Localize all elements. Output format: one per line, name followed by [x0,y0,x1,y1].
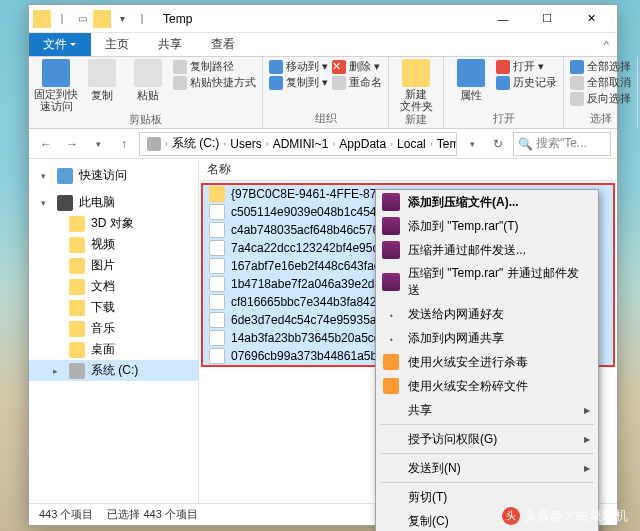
copyto-button[interactable]: 复制到 ▾ [269,75,328,90]
context-menu-item[interactable]: 使用火绒安全粉碎文件 [376,374,598,398]
tab-home[interactable]: 主页 [91,33,144,56]
copypath-button[interactable]: 复制路径 [173,59,256,74]
ribbon: 固定到快 速访问 复制 粘贴 复制路径 粘贴快捷方式 剪贴板 移动到 ▾ 复制到… [29,57,617,129]
back-button[interactable]: ← [35,133,57,155]
maximize-button[interactable]: ☐ [525,5,569,33]
history-button[interactable]: 历史记录 [496,75,557,90]
qat-sep2: | [133,10,151,28]
nav-item[interactable]: 下载 [29,297,198,318]
paste-button[interactable]: 粘贴 [127,59,169,103]
navigation-pane[interactable]: ▾快速访问 ▾此电脑 3D 对象视频图片文档下载音乐桌面▸系统 (C:) [29,159,199,503]
breadcrumb[interactable]: ›系统 (C:)›Users›ADMINI~1›AppData›Local›Te… [139,132,457,156]
nav-item[interactable]: 文档 [29,276,198,297]
status-count: 443 个项目 [39,507,93,522]
column-header-name[interactable]: 名称 [199,159,617,181]
nav-item[interactable]: 视频 [29,234,198,255]
qat-sep: | [53,10,71,28]
breadcrumb-segment[interactable]: Local [394,137,429,151]
status-selected: 已选择 443 个项目 [107,507,197,522]
context-menu: 添加到压缩文件(A)...添加到 "Temp.rar"(T)压缩并通过邮件发送.… [375,189,599,531]
context-menu-item[interactable]: 使用火绒安全进行杀毒 [376,350,598,374]
selectall-button[interactable]: 全部选择 [570,59,631,74]
recent-dropdown-icon[interactable]: ▾ [87,133,109,155]
context-menu-item[interactable]: 压缩到 "Temp.rar" 并通过邮件发送 [376,262,598,302]
breadcrumb-segment[interactable]: Temp [434,137,457,151]
watermark: 头 头条@大白菜装机 [502,507,628,525]
context-menu-item[interactable]: 添加到 "Temp.rar"(T) [376,214,598,238]
organize-group-label: 组织 [269,111,382,128]
context-menu-item[interactable]: 压缩并通过邮件发送... [376,238,598,262]
tab-file[interactable]: 文件 [29,33,91,56]
nav-item[interactable]: 桌面 [29,339,198,360]
open-button[interactable]: 打开 ▾ [496,59,557,74]
nav-item[interactable]: 图片 [29,255,198,276]
nav-item[interactable]: 音乐 [29,318,198,339]
qat-props-icon[interactable]: ▭ [73,10,91,28]
nav-quickaccess[interactable]: ▾快速访问 [29,165,198,186]
refresh-button[interactable]: ↻ [487,133,509,155]
nav-item[interactable]: ▸系统 (C:) [29,360,198,381]
tab-view[interactable]: 查看 [197,33,250,56]
moveto-button[interactable]: 移动到 ▾ [269,59,328,74]
window-title: Temp [163,12,192,26]
watermark-icon: 头 [502,507,520,525]
qat-newfolder-icon[interactable] [93,10,111,28]
ribbon-tabs: 文件 主页 共享 查看 ^ [29,33,617,57]
rename-button[interactable]: 重命名 [332,75,382,90]
tab-share[interactable]: 共享 [144,33,197,56]
delete-button[interactable]: ✕删除 ▾ [332,59,382,74]
select-group-label: 选择 [570,111,631,128]
address-bar: ← → ▾ ↑ ›系统 (C:)›Users›ADMINI~1›AppData›… [29,129,617,159]
properties-button[interactable]: 属性 [450,59,492,103]
pasteshortcut-button[interactable]: 粘贴快捷方式 [173,75,256,90]
breadcrumb-segment[interactable]: ADMINI~1 [270,137,332,151]
newfolder-button[interactable]: 新建 文件夹 [395,59,437,112]
ribbon-collapse-icon[interactable]: ^ [596,33,617,56]
breadcrumb-dropdown-icon[interactable]: ▾ [461,133,483,155]
up-button[interactable]: ↑ [113,133,135,155]
new-group-label: 新建 [395,112,437,129]
breadcrumb-segment[interactable]: 系统 (C:) [169,135,222,152]
nav-item[interactable]: 3D 对象 [29,213,198,234]
folder-icon [33,10,51,28]
context-menu-item[interactable]: ⬩添加到内网通共享 [376,326,598,350]
forward-button[interactable]: → [61,133,83,155]
breadcrumb-segment[interactable]: Users [227,137,264,151]
search-input[interactable]: 🔍搜索"Te... [513,132,611,156]
invertselection-button[interactable]: 反向选择 [570,91,631,106]
context-menu-item[interactable]: 添加到压缩文件(A)... [376,190,598,214]
qat-dropdown-icon[interactable]: ▾ [113,10,131,28]
close-button[interactable]: ✕ [569,5,613,33]
context-menu-item[interactable]: 授予访问权限(G) [376,427,598,451]
copy-button[interactable]: 复制 [81,59,123,103]
minimize-button[interactable]: — [481,5,525,33]
nav-thispc[interactable]: ▾此电脑 [29,192,198,213]
titlebar: | ▭ ▾ | Temp — ☐ ✕ [29,5,617,33]
breadcrumb-segment[interactable]: AppData [336,137,389,151]
open-group-label: 打开 [450,111,557,128]
context-menu-item[interactable]: 发送到(N) [376,456,598,480]
pin-quickaccess-button[interactable]: 固定到快 速访问 [35,59,77,112]
context-menu-item[interactable]: 共享 [376,398,598,422]
clipboard-group-label: 剪贴板 [35,112,256,129]
context-menu-item[interactable]: ⬩发送给内网通好友 [376,302,598,326]
selectnone-button[interactable]: 全部取消 [570,75,631,90]
context-menu-item[interactable]: 剪切(T) [376,485,598,509]
